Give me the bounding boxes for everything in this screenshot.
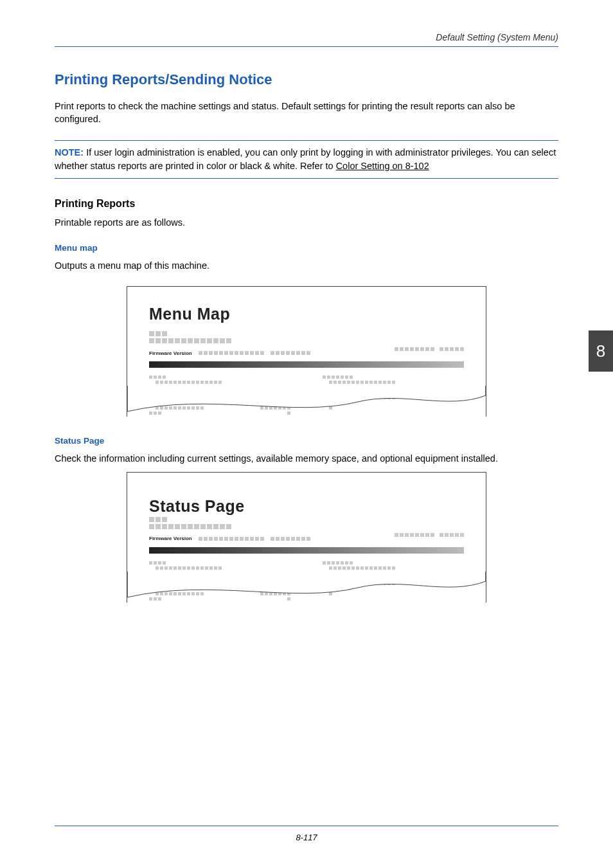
firmware-label: Firmware Version (149, 350, 192, 356)
status-page-desc: Check the information including current … (55, 452, 558, 465)
menu-map-desc: Outputs a menu map of this machine. (55, 259, 558, 272)
placeholder-icon (149, 517, 464, 529)
torn-edge-icon (127, 572, 486, 602)
section-title: Printing Reports/Sending Notice (55, 71, 558, 88)
footer: 8-117 (55, 826, 558, 842)
placeholder-icon (149, 331, 464, 343)
printing-reports-intro: Printable reports are as follows. (55, 216, 558, 229)
placeholder-icon (395, 347, 464, 359)
note-label: NOTE: (55, 147, 84, 158)
status-page-heading: Status Page (55, 436, 558, 446)
thumb-tab: 8 (589, 330, 613, 372)
page-number: 8-117 (296, 833, 317, 842)
menu-map-heading: Menu map (55, 243, 558, 253)
placeholder-icon (271, 537, 310, 541)
gradient-bar (149, 547, 464, 554)
torn-edge-icon (127, 386, 486, 417)
status-page-sample: Status Page Firmware Version (127, 472, 486, 602)
note-box: NOTE: If user login administration is en… (55, 140, 558, 179)
section-intro: Print reports to check the machine setti… (55, 100, 558, 126)
note-xref[interactable]: Color Setting on 8-102 (336, 161, 429, 171)
status-page-sample-title: Status Page (149, 497, 464, 516)
menu-map-sample-title: Menu Map (149, 305, 464, 323)
placeholder-icon (199, 351, 264, 355)
firmware-label: Firmware Version (149, 536, 192, 541)
placeholder-icon (395, 533, 464, 545)
printing-reports-heading: Printing Reports (55, 198, 558, 210)
placeholder-icon (271, 351, 310, 355)
note-text: If user login administration is enabled,… (55, 147, 556, 171)
menu-map-sample: Menu Map Firmware Version (127, 286, 486, 417)
thumb-tab-number: 8 (596, 341, 605, 361)
gradient-bar (149, 361, 464, 368)
placeholder-icon (199, 537, 264, 541)
running-head: Default Setting (System Menu) (55, 32, 558, 47)
